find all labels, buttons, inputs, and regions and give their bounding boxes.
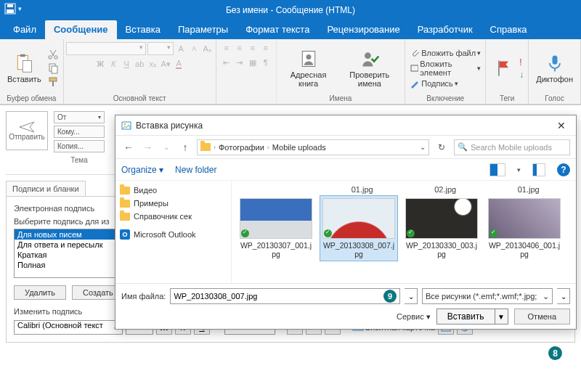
tree-examples[interactable]: Примеры: [120, 197, 227, 210]
address-book-button[interactable]: Адресная книга: [281, 47, 336, 89]
search-input[interactable]: 🔍 Search Mobile uploads: [454, 139, 570, 155]
picture-dialog-icon: [121, 121, 131, 130]
signatures-tab[interactable]: Подписи и бланки: [6, 181, 86, 196]
check-names-icon: [359, 49, 380, 69]
insert-button[interactable]: Вставить ▼: [436, 309, 508, 324]
tab-review[interactable]: Рецензирование: [318, 20, 408, 39]
svg-rect-11: [52, 81, 54, 86]
svg-rect-17: [552, 56, 557, 65]
filetype-dropdown-icon[interactable]: ⌄: [557, 288, 570, 304]
tree-outlook[interactable]: OMicrosoft Outlook: [120, 227, 227, 242]
svg-rect-4: [20, 54, 25, 57]
tools-menu[interactable]: Сервис ▾: [397, 312, 431, 322]
help-icon[interactable]: ?: [557, 163, 570, 176]
send-button[interactable]: Отправить: [6, 111, 48, 150]
ribbon: Вставить Буфер обмена AAAₐ Ж К Ч ab x₂: [0, 39, 581, 105]
organize-menu[interactable]: Organize ▾: [121, 165, 163, 175]
cancel-button[interactable]: Отмена: [514, 309, 570, 324]
insert-dropdown-icon[interactable]: ▼: [495, 309, 508, 324]
tab-options[interactable]: Параметры: [169, 20, 237, 39]
preview-pane-button[interactable]: [532, 163, 545, 176]
item-icon: [410, 63, 418, 73]
attach-file-button[interactable]: Вложить файл▾: [410, 48, 481, 58]
cc-button[interactable]: Копия...: [54, 140, 105, 152]
window-titlebar: ▾ Без имени - Сообщение (HTML): [0, 0, 581, 20]
filename-label: Имя файла:: [121, 292, 166, 301]
outlook-icon: O: [120, 229, 130, 240]
tree-ref[interactable]: Справочник сек: [120, 210, 227, 223]
window-title: Без имени - Сообщение (HTML): [226, 5, 355, 15]
thumb-3[interactable]: WP_20130406_001.jpg: [486, 196, 563, 261]
nav-forward-icon: →: [140, 140, 155, 155]
filename-input[interactable]: WP_20130308_007.jpg 9: [170, 288, 400, 304]
send-icon: [19, 121, 35, 133]
pen-icon: [410, 78, 420, 89]
group-tags: Теги: [500, 94, 514, 102]
from-button[interactable]: От▾: [54, 111, 105, 123]
insert-picture-dialog: Вставка рисунка ✕ ← → ⌄ ↑ › Фотографии ›…: [115, 115, 577, 330]
svg-rect-2: [7, 9, 14, 13]
svg-point-6: [48, 56, 51, 59]
tags-button[interactable]: [490, 57, 516, 80]
paste-button[interactable]: Вставить: [4, 52, 44, 85]
svg-rect-15: [411, 65, 418, 71]
tab-help[interactable]: Справка: [482, 20, 536, 39]
svg-rect-10: [49, 78, 57, 81]
breadcrumb[interactable]: › Фотографии › Mobile uploads ⌄: [197, 139, 429, 155]
mic-icon: [545, 53, 565, 73]
group-voice: Голос: [545, 94, 564, 102]
save-icon[interactable]: [4, 3, 16, 15]
paste-icon: [14, 53, 34, 73]
delete-button[interactable]: Удалить: [14, 285, 66, 300]
flag-icon: [493, 58, 513, 78]
dialog-title: Вставка рисунка: [136, 121, 203, 131]
thumb-0[interactable]: WP_20130307_001.jpg: [237, 196, 314, 261]
tab-message[interactable]: Сообщение: [45, 20, 117, 39]
tab-format[interactable]: Формат текста: [237, 20, 318, 39]
tab-developer[interactable]: Разработчик: [409, 20, 482, 39]
qat: ▾: [4, 3, 22, 15]
close-button[interactable]: ✕: [553, 118, 570, 133]
folder-icon: [200, 143, 211, 151]
tree-video[interactable]: Видео: [120, 184, 227, 197]
svg-rect-1: [7, 4, 13, 7]
svg-point-7: [54, 56, 57, 59]
badge-8: 8: [548, 346, 562, 360]
filetype-select[interactable]: Все рисунки (*.emf;*.wmf;*.jpg;: [422, 288, 553, 304]
tab-insert[interactable]: Вставка: [117, 20, 169, 39]
qat-dropdown-icon[interactable]: ▾: [18, 5, 22, 12]
filename-dropdown-icon[interactable]: ⌄: [405, 288, 418, 304]
font-select[interactable]: Calibri (Основной текст: [14, 320, 123, 335]
ribbon-tabs: Файл Сообщение Вставка Параметры Формат …: [0, 20, 581, 39]
file-grid[interactable]: 01.jpg 02.jpg 01.jpg WP_20130307_001.jpg…: [232, 181, 576, 283]
check-names-button[interactable]: Проверить имена: [338, 47, 400, 89]
dictaphone-button[interactable]: Диктофон: [533, 52, 576, 85]
svg-rect-9: [52, 66, 57, 73]
thumb-1[interactable]: WP_20130308_007.jpg: [320, 196, 397, 261]
to-button[interactable]: Кому...: [54, 126, 105, 138]
subject-label: Тема: [54, 156, 105, 164]
format-painter-icon[interactable]: [47, 76, 59, 88]
folder-tree[interactable]: Видео Примеры Справочник сек OMicrosoft …: [115, 181, 232, 283]
search-icon: 🔍: [458, 142, 468, 152]
group-clipboard: Буфер обмена: [7, 94, 56, 102]
nav-back-icon[interactable]: ←: [121, 140, 136, 155]
group-font: Основной текст: [113, 94, 166, 102]
view-mode-button[interactable]: [489, 163, 505, 176]
copy-icon[interactable]: [47, 62, 59, 74]
nav-recent-icon[interactable]: ⌄: [159, 140, 174, 155]
cut-icon[interactable]: [47, 49, 59, 60]
refresh-icon[interactable]: ↻: [434, 139, 450, 155]
signature-button[interactable]: Подпись▾: [410, 78, 481, 89]
badge-9: 9: [383, 290, 397, 303]
new-folder-button[interactable]: New folder: [175, 165, 216, 175]
nav-up-icon[interactable]: ↑: [178, 140, 192, 155]
svg-rect-5: [23, 61, 32, 73]
svg-rect-18: [554, 68, 556, 71]
paste-label: Вставить: [7, 75, 41, 83]
tab-file[interactable]: Файл: [4, 20, 45, 39]
svg-point-25: [124, 123, 126, 125]
svg-point-14: [365, 52, 371, 59]
thumb-2[interactable]: WP_20130330_003.jpg: [403, 196, 480, 261]
attach-item-button[interactable]: Вложить элемент▾: [410, 60, 481, 77]
